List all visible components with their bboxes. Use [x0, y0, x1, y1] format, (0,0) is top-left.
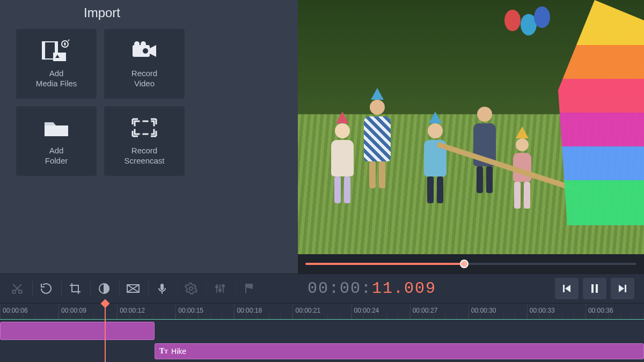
svg-point-27	[219, 289, 221, 291]
svg-point-10	[141, 41, 146, 47]
svg-marker-8	[150, 45, 156, 57]
svg-rect-31	[591, 284, 594, 293]
svg-rect-32	[596, 284, 598, 293]
ruler-tick[interactable]: 00:00:30	[469, 304, 527, 319]
redo-button[interactable]	[32, 276, 60, 301]
record-video-icon	[129, 39, 159, 62]
svg-rect-34	[625, 285, 626, 292]
timecode-current: 11.009	[372, 279, 436, 298]
media-files-icon	[41, 39, 71, 62]
pause-button[interactable]	[583, 278, 606, 299]
edit-toolbar	[0, 274, 298, 303]
svg-point-22	[189, 287, 193, 290]
svg-rect-1	[42, 42, 45, 59]
svg-point-9	[134, 41, 140, 47]
video-preview[interactable]	[298, 0, 644, 254]
svg-marker-33	[619, 285, 624, 292]
crop-button[interactable]	[61, 276, 89, 301]
title-icon: TT	[159, 347, 168, 356]
svg-rect-3	[53, 53, 66, 61]
add-folder-tile[interactable]: Add Folder	[16, 106, 97, 176]
scrubber-fill	[305, 263, 464, 265]
ruler-tick[interactable]: 00:00:36	[586, 304, 644, 319]
playhead[interactable]	[105, 304, 106, 362]
marker-button[interactable]	[235, 276, 263, 301]
color-adjust-button[interactable]	[90, 276, 118, 301]
timecode-prefix: 00:00:	[308, 279, 372, 298]
svg-line-6	[68, 40, 69, 41]
svg-point-28	[222, 285, 224, 287]
folder-icon	[41, 116, 71, 139]
ruler-tick[interactable]: 00:00:09	[58, 304, 117, 319]
equalizer-button[interactable]	[206, 276, 234, 301]
svg-marker-30	[565, 285, 570, 292]
playback-bar: 00:00:11.009	[298, 274, 644, 303]
clip-properties-button[interactable]	[177, 276, 205, 301]
ruler-tick[interactable]: 00:00:27	[410, 304, 469, 319]
transport-controls	[555, 278, 634, 299]
svg-point-11	[143, 48, 148, 54]
video-clip[interactable]	[0, 322, 155, 340]
ruler-tick[interactable]: 00:00:15	[175, 304, 234, 319]
ruler-tick[interactable]: 00:00:24	[352, 304, 410, 319]
import-title: Import	[16, 5, 188, 20]
next-button[interactable]	[611, 278, 634, 299]
tile-label: Add Folder	[45, 146, 68, 166]
svg-point-26	[216, 286, 218, 288]
scrubber[interactable]	[298, 254, 644, 274]
scrubber-thumb[interactable]	[460, 260, 469, 268]
tile-label: Record Video	[131, 69, 157, 89]
transition-button[interactable]	[119, 276, 147, 301]
add-media-files-tile[interactable]: Add Media Files	[16, 29, 97, 99]
title-clip[interactable]: TT Hike	[155, 343, 644, 359]
title-clip-label: Hike	[171, 347, 186, 356]
svg-rect-20	[160, 284, 164, 290]
tile-label: Record Screencast	[124, 146, 164, 166]
record-video-tile[interactable]: Record Video	[104, 29, 185, 99]
previous-button[interactable]	[555, 278, 579, 299]
ruler-tick[interactable]: 00:00:33	[527, 304, 586, 319]
import-panel: Import Add Media Files	[0, 0, 298, 274]
ruler-tick[interactable]: 00:00:21	[292, 304, 351, 319]
midbar: 00:00:11.009	[0, 274, 644, 304]
ruler-tick[interactable]: 00:00:18	[234, 304, 292, 319]
ruler-tick[interactable]: 00:00:12	[117, 304, 175, 319]
voiceover-button[interactable]	[148, 276, 176, 301]
timecode[interactable]: 00:00:11.009	[308, 279, 436, 298]
tile-label: Add Media Files	[36, 69, 77, 89]
top-region: Import Add Media Files	[0, 0, 644, 274]
scrubber-track[interactable]	[305, 263, 636, 265]
cut-button[interactable]	[3, 276, 31, 301]
import-tiles: Add Media Files Record Video	[16, 29, 185, 176]
timeline-ruler[interactable]: 00:00:06 00:00:09 00:00:12 00:00:15 00:0…	[0, 304, 644, 320]
screencast-icon	[129, 116, 159, 139]
record-screencast-tile[interactable]: Record Screencast	[104, 106, 185, 176]
timeline[interactable]: 00:00:06 00:00:09 00:00:12 00:00:15 00:0…	[0, 304, 644, 362]
svg-rect-29	[563, 285, 565, 292]
timeline-tracks[interactable]: TT Hike	[0, 320, 644, 362]
ruler-tick[interactable]: 00:00:06	[0, 304, 58, 319]
preview-panel	[298, 0, 644, 274]
